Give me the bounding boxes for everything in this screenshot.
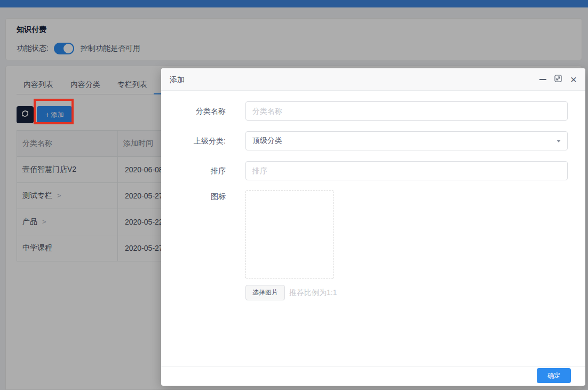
close-icon: × bbox=[570, 75, 577, 84]
parent-category-label: 上级分类: bbox=[167, 131, 226, 150]
sort-input[interactable] bbox=[245, 161, 568, 180]
icon-upload-preview-box[interactable] bbox=[245, 190, 334, 279]
maximize-button[interactable] bbox=[554, 75, 562, 84]
caret-down-icon bbox=[557, 140, 561, 142]
category-name-label: 分类名称 bbox=[167, 101, 226, 121]
confirm-button[interactable]: 确定 bbox=[537, 368, 571, 383]
minimize-icon bbox=[539, 79, 546, 80]
upload-ratio-hint: 推荐比例为1:1 bbox=[289, 285, 337, 300]
add-category-modal: 添加 × 分类名称 上级分类: bbox=[161, 68, 585, 386]
fullscreen-icon bbox=[554, 75, 562, 84]
sort-label: 排序 bbox=[167, 161, 226, 180]
minimize-button[interactable] bbox=[538, 75, 547, 84]
parent-category-value: 顶级分类 bbox=[252, 136, 282, 146]
annotation-highlight-box bbox=[34, 99, 74, 124]
parent-category-select[interactable]: 顶级分类 bbox=[245, 131, 568, 150]
category-name-input[interactable] bbox=[245, 101, 568, 121]
modal-footer bbox=[161, 367, 585, 386]
icon-label: 图标 bbox=[167, 187, 226, 206]
modal-header: 添加 × bbox=[161, 68, 585, 91]
modal-window-controls: × bbox=[538, 68, 578, 91]
close-button[interactable]: × bbox=[569, 75, 578, 84]
modal-title: 添加 bbox=[170, 68, 185, 91]
screen: 知识付费 功能状态: 控制功能是否可用 内容列表 内容分类 专栏列表 bbox=[0, 0, 588, 390]
choose-image-button[interactable]: 选择图片 bbox=[245, 285, 285, 300]
